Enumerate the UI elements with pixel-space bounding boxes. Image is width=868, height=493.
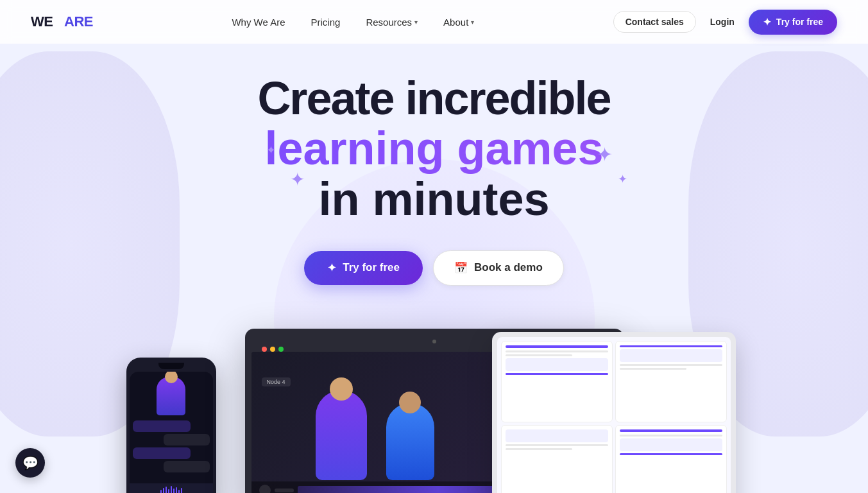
nav-item-resources[interactable]: Resources ▾ [357,12,427,33]
traffic-lights [262,347,284,352]
tablet-mockup [492,332,736,493]
tablet-card-line [620,364,722,366]
tablet-card-line [506,350,608,352]
nav-link-resources[interactable]: Resources ▾ [357,12,427,33]
chat-bubble-icon: 💬 [22,455,38,471]
tablet-card-bubble [620,438,722,451]
sparkle-icon: ✦ [763,16,771,28]
nav-links: Why We Are Pricing Resources ▾ About ▾ [223,12,483,33]
nav-item-pricing[interactable]: Pricing [302,12,350,33]
tablet-card-line [620,368,686,370]
wave-bar [168,489,169,493]
tablet-card-4 [615,425,727,493]
phone-shell [126,358,216,493]
nav-item-about[interactable]: About ▾ [434,12,483,33]
nav-link-why-we-are[interactable]: Why We Are [223,12,294,33]
product-mockup: Node 4 Done [146,306,723,493]
phone-chat [130,418,213,483]
chevron-down-icon: ▾ [414,19,418,26]
phone-notch [158,363,184,369]
phone-mockup [126,358,216,493]
logo-space [56,13,60,30]
wave-bar [173,489,174,493]
book-demo-button[interactable]: 📅 Book a demo [433,250,564,286]
tablet-card-line [506,448,572,450]
tablet-card-bubble [506,429,608,442]
tablet-card-line-blue [620,345,722,347]
tablet-card-line [506,444,608,446]
hero-title-line2: learning games [13,123,855,174]
toolbar-bar-1 [275,489,294,492]
nav-actions: Contact sales Login ✦ Try for free [613,10,837,35]
tablet-card-line [620,435,722,437]
phone-chat-bubble-1 [133,420,191,432]
tablet-card-line-blue [620,453,722,455]
wave-bar [181,488,182,493]
try-for-free-nav-button[interactable]: ✦ Try for free [749,10,837,35]
tablet-card-2 [615,341,727,422]
traffic-light-green [278,347,284,352]
chevron-down-icon: ▾ [471,19,474,26]
hero-section: ✦ ✦ ✦ ✦ Create incredible learning games… [0,44,868,493]
nav-item-why-we-are[interactable]: Why We Are [223,12,294,33]
phone-avatar-figure [157,377,185,415]
traffic-light-red [262,347,267,352]
phone-screen [130,372,213,493]
tablet-card-line [506,354,572,356]
phone-chat-bubble-3 [133,447,191,459]
wave-bar [166,487,167,493]
contact-sales-button[interactable]: Contact sales [613,11,696,33]
toolbar-control-1 [259,485,271,493]
character-figure-1 [316,390,367,480]
chat-widget-button[interactable]: 💬 [15,448,45,478]
brand-logo[interactable]: WE ARE [31,13,93,30]
wave-bar [178,490,180,493]
calendar-icon: 📅 [454,261,468,275]
wave-bar [160,490,162,493]
logo-are-text: ARE [64,13,93,30]
hero-title-line1: Create incredible [13,74,855,123]
navbar: WE ARE Why We Are Pricing Resources ▾ Ab… [0,0,868,44]
traffic-light-yellow [270,347,275,352]
wave-bar [171,486,172,493]
tablet-card-line-blue [506,373,608,375]
nav-link-pricing[interactable]: Pricing [302,12,350,33]
tablet-shell [492,332,736,493]
try-for-free-hero-button[interactable]: ✦ Try for free [304,251,423,285]
screen-node-label: Node 4 [262,377,291,386]
hero-title: Create incredible learning games in minu… [13,74,855,225]
tablet-screen [497,337,731,493]
hero-cta-group: ✦ Try for free 📅 Book a demo [13,250,855,286]
phone-waveform [130,483,213,493]
phone-chat-bubble-4 [164,461,210,472]
character-figure-2 [386,403,434,480]
tablet-card-3 [501,425,613,493]
wave-bar [176,487,177,493]
login-button[interactable]: Login [701,12,744,32]
screen-characters [316,390,434,480]
phone-chat-bubble-2 [164,434,210,445]
tablet-card-header [506,345,608,348]
sparkle-icon: ✦ [327,261,336,275]
laptop-camera-dot [432,340,436,343]
tablet-card-header [620,429,722,432]
logo-we-text: WE [31,13,53,30]
hero-title-line3: in minutes [13,174,855,225]
tablet-card-bubble [506,358,608,371]
tablet-card-1 [501,341,613,422]
nav-link-about[interactable]: About ▾ [434,12,483,33]
wave-bar [163,488,164,493]
tablet-card-bubble [620,349,722,362]
